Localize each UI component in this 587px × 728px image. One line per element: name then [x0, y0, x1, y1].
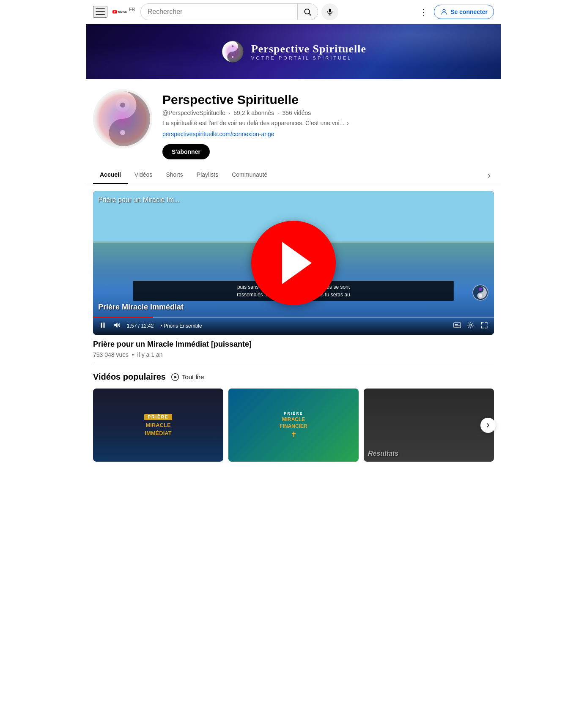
thumb2-cross-icon: ✝ [291, 430, 297, 439]
signin-label: Se connecter [450, 8, 488, 15]
svg-line-4 [309, 14, 311, 16]
thumb1-label-mid: MIRACLE [145, 422, 170, 428]
thumb2-label-top: PRIÈRE [284, 411, 303, 416]
video-player[interactable]: Prière pour un Miracle Im... puis sans n… [93, 191, 494, 335]
youtube-logo[interactable]: YouTube FR [112, 7, 135, 17]
avatar [93, 89, 152, 148]
play-icon [99, 321, 107, 329]
fullscreen-button[interactable] [480, 320, 489, 331]
videos-grid: PRIÈRE MIRACLE IMMÉDIAT PRIÈRE MIRACLE [93, 389, 494, 462]
tab-accueil[interactable]: Accueil [93, 166, 128, 184]
video-info: Prière pour un Miracle Immédiat [puissan… [93, 340, 494, 358]
header-left: YouTube FR [93, 6, 135, 18]
thumb1-label-top: PRIÈRE [144, 414, 172, 420]
thumb1-label-bot: IMMÉDIAT [145, 430, 171, 436]
signin-button[interactable]: Se connecter [434, 5, 494, 19]
play-pause-button[interactable] [98, 320, 107, 331]
fullscreen-icon [480, 321, 488, 329]
subtitles-button[interactable] [453, 320, 462, 331]
header-center [140, 3, 412, 20]
mic-icon [326, 8, 334, 16]
popular-section: Vidéos populaires Tout lire PRIÈRE MIRAC… [86, 365, 501, 468]
svg-point-23 [479, 294, 482, 298]
country-label: FR [129, 7, 135, 12]
video-thumb-1: PRIÈRE MIRACLE IMMÉDIAT [93, 389, 223, 462]
thumb2-label-mid: MIRACLE [282, 416, 305, 422]
tabs-container: Accueil Vidéos Shorts Playlists Communau… [86, 166, 501, 184]
featured-video-title: Prière pour un Miracle Immédiat [puissan… [93, 340, 494, 349]
play-triangle-icon [282, 242, 312, 284]
video-watermark [472, 284, 489, 301]
svg-marker-32 [174, 375, 177, 378]
svg-point-20 [93, 90, 152, 148]
banner-decoration [86, 24, 501, 79]
channel-info: Perspective Spirituelle @PerspectiveSpir… [86, 79, 501, 159]
svg-point-30 [470, 324, 472, 326]
svg-point-22 [479, 288, 482, 291]
video-thumb-3: Résultats [364, 389, 494, 462]
chevron-right-icon [485, 422, 491, 429]
video-controls: 1:57 / 12:42 • Prions Ensemble [93, 317, 494, 335]
user-icon [440, 8, 448, 16]
svg-point-8 [443, 9, 445, 12]
videos-grid-container: PRIÈRE MIRACLE IMMÉDIAT PRIÈRE MIRACLE [93, 389, 494, 462]
volume-button[interactable] [112, 320, 122, 331]
subscribe-button[interactable]: S'abonner [162, 144, 210, 159]
more-options-button[interactable]: ⋮ [417, 4, 431, 19]
tab-shorts[interactable]: Shorts [159, 166, 189, 184]
tab-videos[interactable]: Vidéos [128, 166, 159, 184]
tabs-more-button[interactable]: › [484, 167, 494, 183]
search-input[interactable] [141, 8, 297, 16]
section-play-icon [171, 373, 179, 381]
video-card-3[interactable]: Résultats [364, 389, 494, 462]
section-header: Vidéos populaires Tout lire [93, 372, 494, 382]
video-card-1[interactable]: PRIÈRE MIRACLE IMMÉDIAT [93, 389, 223, 462]
svg-marker-26 [114, 323, 118, 328]
mic-button[interactable] [321, 3, 338, 20]
video-title-large: Prière Miracle Immédiat [98, 303, 184, 312]
svg-rect-5 [329, 9, 331, 13]
channel-handle: @PerspectiveSpirituelle [162, 109, 225, 116]
thumb3-label: Résultats [368, 450, 398, 457]
tab-playlists[interactable]: Playlists [190, 166, 225, 184]
channel-banner: Perspective Spirituelle VOTRE PORTAIL SP… [86, 24, 501, 79]
section-title: Vidéos populaires [93, 372, 166, 382]
channel-name-display: • Prions Ensemble [160, 323, 202, 329]
search-icon [303, 8, 312, 16]
channel-name: Perspective Spirituelle [162, 93, 494, 107]
video-title-overlay: Prière pour un Miracle Im... [98, 196, 180, 204]
tabs: Accueil Vidéos Shorts Playlists Communau… [93, 166, 494, 184]
channel-video-count: 356 vidéos [283, 109, 311, 116]
header-right: ⋮ Se connecter [417, 4, 494, 19]
settings-button[interactable] [466, 320, 475, 331]
video-card-2[interactable]: PRIÈRE MIRACLE FINANCIER ✝ [228, 389, 359, 462]
channel-subscribers: 59,2 k abonnés [233, 109, 274, 116]
svg-rect-24 [101, 323, 102, 328]
channel-website-link[interactable]: perspectivespirituelle.com/connexion-ang… [162, 131, 494, 137]
video-controls-right [453, 320, 489, 331]
featured-video-stats: 753 048 vues • il y a 1 an [93, 351, 494, 358]
search-button[interactable] [297, 3, 318, 20]
expand-description-icon: › [347, 120, 349, 126]
volume-icon [113, 321, 121, 329]
featured-video-section: Prière pour un Miracle Im... puis sans n… [86, 184, 501, 365]
time-display: 1:57 / 12:42 [127, 323, 154, 329]
video-thumb-2: PRIÈRE MIRACLE FINANCIER ✝ [228, 389, 359, 462]
settings-icon [467, 321, 475, 329]
tab-communaute[interactable]: Communauté [225, 166, 274, 184]
section-play-button[interactable]: Tout lire [171, 373, 204, 381]
youtube-icon: YouTube [112, 7, 127, 17]
big-play-button[interactable] [251, 221, 336, 305]
header: YouTube FR ⋮ [86, 0, 501, 24]
thumb2-label-bot: FINANCIER [280, 423, 307, 429]
channel-description[interactable]: La spiritualité est l'art de voir au del… [162, 120, 494, 126]
subtitles-icon [453, 322, 461, 328]
next-videos-button[interactable] [480, 418, 496, 433]
channel-details: Perspective Spirituelle @PerspectiveSpir… [162, 89, 494, 159]
hamburger-menu-button[interactable] [93, 6, 107, 18]
svg-rect-25 [104, 323, 105, 328]
channel-meta: @PerspectiveSpirituelle · 59,2 k abonnés… [162, 109, 494, 116]
svg-rect-27 [454, 323, 461, 328]
search-bar [140, 3, 318, 20]
svg-text:YouTube: YouTube [118, 11, 127, 13]
